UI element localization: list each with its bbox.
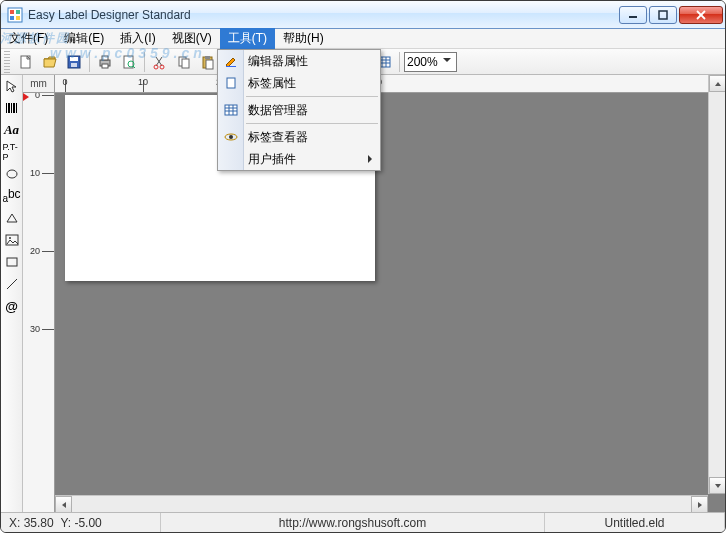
svg-rect-11 (70, 57, 78, 61)
cut-button[interactable] (149, 51, 171, 73)
svg-rect-42 (16, 103, 17, 113)
grid-icon (223, 102, 239, 118)
svg-rect-40 (11, 103, 12, 113)
menu-data-manager[interactable]: 数据管理器 (218, 99, 380, 121)
shape-tool[interactable] (3, 209, 21, 227)
svg-rect-1 (10, 10, 14, 14)
text-tool[interactable]: Aa (3, 121, 21, 139)
svg-rect-24 (182, 59, 189, 68)
ruler-unit: mm (23, 75, 55, 93)
scrollbar-vertical[interactable] (708, 75, 725, 494)
svg-rect-2 (16, 10, 20, 14)
ole-tool[interactable]: @ (3, 297, 21, 315)
svg-rect-39 (8, 103, 10, 113)
eye-icon (223, 129, 239, 145)
svg-rect-48 (226, 66, 236, 67)
ellipse-tool[interactable] (3, 165, 21, 183)
menu-edit[interactable]: 编辑(E) (56, 28, 112, 49)
barcode-tool[interactable] (3, 99, 21, 117)
menu-label-props[interactable]: 标签属性 (218, 72, 380, 94)
menu-user-plugins[interactable]: 用户插件 (218, 148, 380, 170)
rectangle-tool[interactable] (3, 253, 21, 271)
svg-rect-6 (659, 11, 667, 19)
image-tool[interactable] (3, 231, 21, 249)
toolbar-grip[interactable] (4, 51, 10, 73)
scroll-down-button[interactable] (709, 477, 726, 494)
scroll-right-button[interactable] (691, 496, 708, 513)
status-filename: Untitled.eld (545, 513, 725, 532)
menu-help[interactable]: 帮助(H) (275, 28, 332, 49)
tool-palette: Aa P.T-P abc @ (1, 75, 23, 512)
paragraph-tool[interactable]: P.T-P (3, 143, 21, 161)
pointer-tool[interactable] (3, 77, 21, 95)
paste-button[interactable] (197, 51, 219, 73)
copy-button[interactable] (173, 51, 195, 73)
svg-rect-38 (6, 103, 7, 113)
svg-rect-41 (13, 103, 15, 113)
svg-rect-15 (102, 64, 108, 68)
svg-rect-49 (227, 78, 235, 88)
svg-rect-12 (71, 63, 77, 67)
line-tool[interactable] (3, 275, 21, 293)
svg-rect-46 (7, 258, 17, 266)
statusbar: X: 35.80 Y: -5.00 http://www.rongshusoft… (1, 512, 725, 532)
svg-point-56 (229, 135, 233, 139)
scroll-left-button[interactable] (55, 496, 72, 513)
close-button[interactable] (679, 6, 723, 24)
curved-text-tool[interactable]: abc (3, 187, 21, 205)
menu-label-viewer[interactable]: 标签查看器 (218, 126, 380, 148)
chevron-down-icon (440, 53, 454, 70)
status-url: http://www.rongshusoft.com (161, 513, 545, 532)
new-button[interactable] (15, 51, 37, 73)
titlebar: Easy Label Designer Standard (1, 1, 725, 29)
svg-rect-3 (10, 16, 14, 20)
menu-file[interactable]: 文件(F) (1, 28, 56, 49)
zoom-value: 200% (407, 55, 438, 69)
menu-editor-props[interactable]: 编辑器属性 (218, 50, 380, 72)
save-button[interactable] (63, 51, 85, 73)
open-button[interactable] (39, 51, 61, 73)
zoom-select[interactable]: 200% (404, 52, 457, 72)
scrollbar-horizontal[interactable] (55, 495, 708, 512)
svg-rect-50 (225, 105, 237, 115)
pen-icon (223, 53, 239, 69)
svg-line-47 (7, 279, 17, 289)
svg-rect-4 (16, 16, 20, 20)
menu-view[interactable]: 视图(V) (164, 28, 220, 49)
ruler-horizontal: 0 10 20 30 40 (55, 75, 725, 93)
scroll-up-button[interactable] (709, 75, 726, 92)
menubar: 文件(F) 编辑(E) 插入(I) 视图(V) 工具(T) 帮助(H) (1, 29, 725, 49)
print-button[interactable] (94, 51, 116, 73)
menu-tools[interactable]: 工具(T) (220, 28, 275, 49)
app-icon (7, 7, 23, 23)
status-coords: X: 35.80 Y: -5.00 (1, 513, 161, 532)
menu-insert[interactable]: 插入(I) (112, 28, 163, 49)
canvas-viewport[interactable] (55, 93, 725, 512)
window-title: Easy Label Designer Standard (28, 8, 619, 22)
ruler-vertical: 0 10 20 30 (23, 93, 55, 512)
preview-button[interactable] (118, 51, 140, 73)
svg-rect-14 (102, 56, 108, 60)
minimize-button[interactable] (619, 6, 647, 24)
maximize-button[interactable] (649, 6, 677, 24)
svg-rect-27 (206, 60, 213, 69)
submenu-arrow-icon (368, 155, 372, 163)
svg-rect-26 (205, 56, 210, 59)
tools-menu: 编辑器属性 标签属性 数据管理器 标签查看器 用户插件 (217, 49, 381, 171)
svg-point-43 (7, 170, 17, 178)
svg-point-45 (9, 237, 11, 239)
page-icon (223, 75, 239, 91)
